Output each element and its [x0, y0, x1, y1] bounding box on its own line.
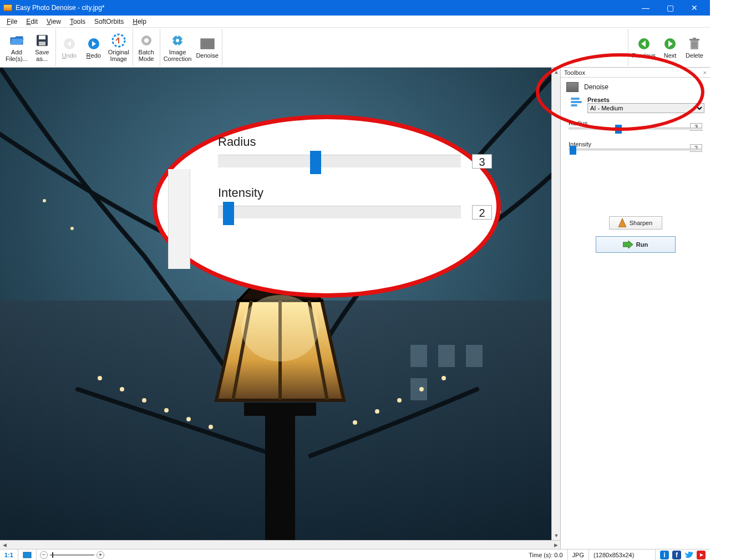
svg-point-39 [419, 387, 424, 391]
svg-rect-15 [202, 40, 213, 48]
arrow-left-icon [637, 37, 651, 51]
svg-point-37 [209, 425, 213, 429]
svg-point-41 [375, 409, 379, 414]
svg-point-40 [397, 398, 402, 403]
svg-point-33 [120, 387, 124, 391]
toolbox-title-bar: Toolbox × [561, 68, 710, 78]
fit-screen-button[interactable] [18, 549, 37, 560]
svg-point-42 [353, 420, 357, 425]
denoise-button[interactable]: Denoise [194, 29, 220, 66]
presets-icon [571, 98, 583, 108]
svg-point-32 [98, 376, 102, 380]
toolbox-title: Toolbox [564, 69, 585, 76]
menu-edit[interactable]: Edit [22, 17, 42, 27]
svg-point-35 [164, 408, 169, 413]
svg-rect-1 [39, 35, 45, 39]
svg-point-11 [177, 44, 179, 45]
zoom-ratio[interactable]: 1:1 [0, 549, 18, 560]
image-correction-button[interactable]: Image Correction [161, 29, 194, 66]
zoom-slider-control[interactable]: − + [37, 551, 108, 559]
menu-file[interactable]: File [2, 17, 22, 27]
toolbox-close-icon[interactable]: × [703, 69, 707, 76]
denoise-section-icon [566, 82, 579, 92]
denoise-section-label: Denoise [584, 83, 608, 91]
redo-icon [87, 37, 101, 51]
scroll-down-icon[interactable]: ▼ [552, 531, 560, 540]
zoom-track[interactable] [50, 554, 94, 556]
minimize-button[interactable]: — [633, 0, 658, 16]
svg-rect-2 [39, 42, 45, 45]
svg-point-13 [181, 39, 183, 41]
original-image-button[interactable]: Original Image [106, 29, 131, 66]
svg-point-9 [176, 39, 179, 42]
zoom-intensity-slider: 2 [218, 206, 461, 219]
svg-rect-53 [23, 552, 31, 558]
denoise-icon [200, 37, 215, 51]
original-image-icon [111, 33, 126, 48]
menu-view[interactable]: View [42, 17, 65, 27]
svg-rect-30 [466, 345, 483, 367]
previous-button[interactable]: Previous [630, 29, 658, 66]
next-button[interactable]: Next [658, 29, 682, 66]
svg-point-7 [144, 38, 149, 43]
twitter-icon[interactable] [684, 551, 693, 559]
status-format: JPG [568, 549, 589, 560]
batch-mode-button[interactable]: Batch Mode [134, 29, 159, 66]
svg-rect-29 [438, 345, 455, 367]
fit-screen-icon [23, 552, 32, 558]
presets-label: Presets [587, 96, 704, 103]
scroll-right-icon[interactable]: ▶ [551, 541, 560, 549]
menu-help[interactable]: Help [128, 17, 151, 27]
sparkle-icon [170, 33, 185, 48]
undo-icon [62, 37, 77, 51]
youtube-icon[interactable] [697, 551, 706, 559]
sharpen-button[interactable]: Sharpen [609, 216, 662, 230]
toolbar: Add File(s)... Save as... Undo Redo Or [0, 28, 710, 68]
menu-softorbits[interactable]: SoftOrbits [90, 17, 128, 27]
presets-select[interactable]: AI - Medium [587, 103, 704, 113]
toolbox-panel: Toolbox × Denoise Presets AI - Medium Ra… [560, 68, 710, 549]
redo-button[interactable]: Redo [82, 29, 106, 66]
vertical-scrollbar[interactable]: ▲ ▼ [551, 68, 560, 540]
undo-button[interactable]: Undo [57, 29, 82, 66]
delete-button[interactable]: Delete [682, 29, 707, 66]
svg-point-34 [142, 398, 146, 403]
scroll-left-icon[interactable]: ◀ [0, 541, 9, 549]
status-dimensions: (1280x853x24) [589, 549, 656, 560]
add-files-button[interactable]: Add File(s)... [3, 29, 30, 66]
radius-label: Radius [569, 120, 702, 126]
titlebar: Easy Photo Denoise - city.jpg* — ▢ ✕ [0, 0, 710, 16]
trash-icon [687, 37, 702, 51]
svg-rect-47 [244, 403, 316, 416]
scroll-up-icon[interactable]: ▲ [552, 68, 560, 77]
svg-rect-31 [410, 378, 427, 400]
intensity-label: Intensity [569, 141, 702, 147]
zoom-out-button[interactable]: − [40, 551, 48, 559]
image-canvas[interactable]: Radius 3 Intensity 2 ▲ ▼ ◀ ▶ [0, 68, 560, 549]
zoom-intensity-label: Intensity [218, 186, 461, 200]
close-button[interactable]: ✕ [682, 0, 707, 16]
svg-point-38 [442, 376, 446, 380]
run-button[interactable]: Run [596, 236, 676, 253]
annotation-zoom-bubble: Radius 3 Intensity 2 [153, 115, 501, 298]
horizontal-scrollbar[interactable]: ◀ ▶ [0, 540, 560, 549]
svg-rect-28 [410, 345, 427, 367]
svg-rect-22 [693, 38, 696, 39]
svg-point-36 [186, 417, 191, 421]
radius-slider[interactable] [569, 128, 702, 130]
menu-tools[interactable]: Tools [65, 17, 90, 27]
svg-point-44 [70, 227, 74, 230]
svg-point-43 [43, 199, 46, 202]
app-icon [3, 4, 12, 11]
maximize-button[interactable]: ▢ [658, 0, 682, 16]
zoom-in-button[interactable]: + [97, 551, 104, 559]
gear-icon [139, 33, 154, 48]
info-icon[interactable]: i [660, 551, 669, 559]
run-arrow-icon [623, 241, 633, 248]
save-as-button[interactable]: Save as... [30, 29, 54, 66]
facebook-icon[interactable]: f [672, 551, 681, 559]
menubar: File Edit View Tools SoftOrbits Help [0, 16, 710, 28]
arrow-right-icon [663, 37, 677, 51]
status-time: Time (s): 0.0 [524, 549, 567, 560]
intensity-slider[interactable] [569, 149, 702, 151]
